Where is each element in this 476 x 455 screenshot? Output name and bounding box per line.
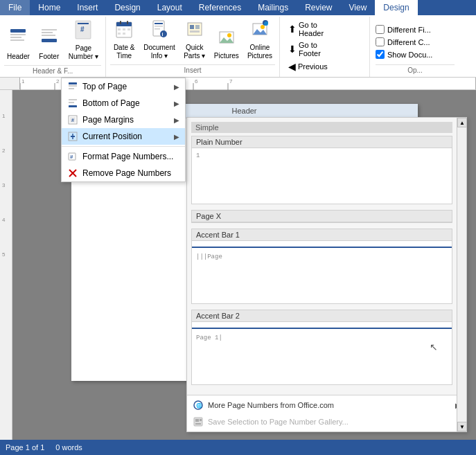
page-number-button[interactable]: # PageNumber ▾ xyxy=(66,18,101,62)
menu-top-of-page-label: Top of Page xyxy=(82,82,127,91)
different-first-page-checkbox[interactable]: Different Fi... xyxy=(376,24,455,35)
menu-page-margins-icon: # xyxy=(67,114,78,125)
date-time-icon xyxy=(116,20,132,42)
more-page-numbers-label: More Page Numbers from Office.com xyxy=(208,401,334,409)
svg-rect-19 xyxy=(123,33,125,35)
svg-rect-27 xyxy=(190,25,194,29)
menu-remove-page-numbers-label: Remove Page Numbers xyxy=(82,168,171,178)
different-first-page-input[interactable] xyxy=(376,25,385,34)
svg-rect-61 xyxy=(69,102,74,103)
page-number-menu: Top of Page ▶ Bottom of Page ▶ # Page Ma… xyxy=(61,78,186,182)
tab-mailings[interactable]: Mailings xyxy=(249,0,297,15)
scroll-down-button[interactable]: ▼ xyxy=(457,422,467,431)
ribbon-tabs: File Home Insert Design Layout Reference… xyxy=(0,0,476,15)
tab-home[interactable]: Home xyxy=(30,0,69,15)
submenu-arrow-1: ▶ xyxy=(174,100,179,107)
menu-bottom-of-page-icon xyxy=(67,98,78,109)
footer-label: Footer xyxy=(39,53,59,61)
tab-references[interactable]: References xyxy=(191,0,249,15)
pictures-button[interactable]: Pictures xyxy=(211,27,242,62)
svg-rect-76 xyxy=(195,419,199,422)
footer-button[interactable]: Footer xyxy=(35,26,63,62)
tab-design[interactable]: Design xyxy=(106,0,148,15)
gallery-item-page-x[interactable]: Page X xyxy=(191,210,452,223)
menu-bottom-of-page-label: Bottom of Page xyxy=(82,98,140,108)
cursor-indicator: ↖ xyxy=(430,341,438,353)
doc-info-button[interactable]: i DocumentInfo ▾ xyxy=(141,19,178,62)
svg-text:7: 7 xyxy=(229,78,233,84)
group-options-label: Op... xyxy=(376,64,455,74)
quick-parts-label: QuickParts ▾ xyxy=(184,44,205,60)
svg-rect-78 xyxy=(195,423,201,425)
menu-page-margins[interactable]: # Page Margins ▶ xyxy=(62,111,185,128)
tab-insert[interactable]: Insert xyxy=(69,0,106,15)
online-pictures-label: OnlinePictures xyxy=(247,44,272,60)
gallery-item-plain-number[interactable]: Plain Number 1 xyxy=(191,136,452,204)
menu-bottom-of-page[interactable]: Bottom of Page ▶ xyxy=(62,95,185,111)
svg-rect-21 xyxy=(155,23,163,24)
group-navigation: ⬆ Go to Header ⬇ Go to Footer ◀ Previous… xyxy=(280,17,370,77)
different-first-page-label: Different Fi... xyxy=(387,26,431,34)
svg-text:#: # xyxy=(80,26,85,33)
date-time-label: Date &Time xyxy=(114,44,135,60)
previous-icon: ◀ xyxy=(288,61,296,72)
show-document-text-input[interactable] xyxy=(376,50,385,59)
svg-rect-3 xyxy=(10,39,24,41)
menu-current-position[interactable]: Current Position ▶ xyxy=(62,128,185,145)
save-selection-label: Save Selection to Page Number Gallery... xyxy=(208,418,349,426)
svg-point-35 xyxy=(261,25,265,29)
menu-format-page-numbers-label: Format Page Numbers... xyxy=(82,152,173,161)
go-to-footer-button[interactable]: ⬇ Go to Footer xyxy=(285,39,364,59)
svg-rect-57 xyxy=(69,82,77,84)
go-to-header-button[interactable]: ⬆ Go to Header xyxy=(285,19,364,39)
different-odd-even-checkbox[interactable]: Different C... xyxy=(376,37,455,47)
menu-remove-page-numbers[interactable]: Remove Page Numbers xyxy=(62,165,185,181)
more-page-numbers-button[interactable]: 🌐 More Page Numbers from Office.com ▶ xyxy=(187,397,466,413)
show-document-text-checkbox[interactable]: Show Docu... xyxy=(376,49,455,60)
gallery-content: Simple Plain Number 1 Page X Accent Bar … xyxy=(187,118,466,395)
gallery-panel: Simple Plain Number 1 Page X Accent Bar … xyxy=(186,117,467,432)
previous-button[interactable]: ◀ Previous xyxy=(285,60,364,73)
date-time-button[interactable]: Date &Time xyxy=(110,19,138,62)
header-label: Header xyxy=(7,53,30,61)
tab-layout[interactable]: Layout xyxy=(149,0,191,15)
save-selection-button: Save Selection to Page Number Gallery... xyxy=(187,413,466,430)
gallery-item-accent-bar-2[interactable]: Accent Bar 2 Page 1| ↖ xyxy=(191,310,452,385)
tab-design-active[interactable]: Design xyxy=(375,0,417,15)
gallery-footer: 🌐 More Page Numbers from Office.com ▶ Sa… xyxy=(187,395,466,431)
footer-icon xyxy=(40,28,58,51)
menu-current-position-label: Current Position xyxy=(82,132,142,141)
menu-top-of-page[interactable]: Top of Page ▶ xyxy=(62,78,185,95)
accent-bar-2-value: Page 1| xyxy=(196,334,222,341)
group-header-footer-label: Header & F... xyxy=(4,65,101,76)
scroll-up-button[interactable]: ▲ xyxy=(457,118,467,127)
group-header-footer: Header Footer xyxy=(0,17,106,77)
svg-rect-9 xyxy=(78,23,89,24)
menu-remove-page-numbers-icon xyxy=(67,168,78,179)
gallery-item-accent-bar-1[interactable]: Accent Bar 1 |||Page xyxy=(191,229,452,304)
header-button[interactable]: Header xyxy=(4,26,33,62)
svg-text:2: 2 xyxy=(56,78,60,84)
doc-info-icon: i xyxy=(151,20,168,42)
plain-number-title: Plain Number xyxy=(192,136,452,148)
previous-label: Previous xyxy=(298,62,328,71)
quick-parts-button[interactable]: QuickParts ▾ xyxy=(181,19,209,62)
svg-point-24 xyxy=(160,30,167,37)
different-odd-even-input[interactable] xyxy=(376,37,385,46)
accent-bar-1-title: Accent Bar 1 xyxy=(192,229,452,241)
page-number-icon: # xyxy=(74,19,92,43)
svg-rect-2 xyxy=(10,37,21,38)
page-x-title: Page X xyxy=(192,211,452,222)
accent-bar-1-value: |||Page xyxy=(196,253,222,260)
tab-view[interactable]: View xyxy=(341,0,376,15)
svg-rect-68 xyxy=(71,136,75,137)
online-pictures-button[interactable]: 🌐 OnlinePictures xyxy=(245,19,275,62)
menu-format-page-numbers[interactable]: # Format Page Numbers... xyxy=(62,148,185,165)
svg-rect-58 xyxy=(69,85,77,87)
tab-file[interactable]: File xyxy=(0,0,30,15)
menu-current-position-icon xyxy=(67,131,78,142)
group-insert: Date &Time i DocumentInfo ▾ xyxy=(106,17,280,77)
svg-text:i: i xyxy=(161,32,163,37)
svg-text:2: 2 xyxy=(2,148,6,154)
tab-review[interactable]: Review xyxy=(297,0,340,15)
